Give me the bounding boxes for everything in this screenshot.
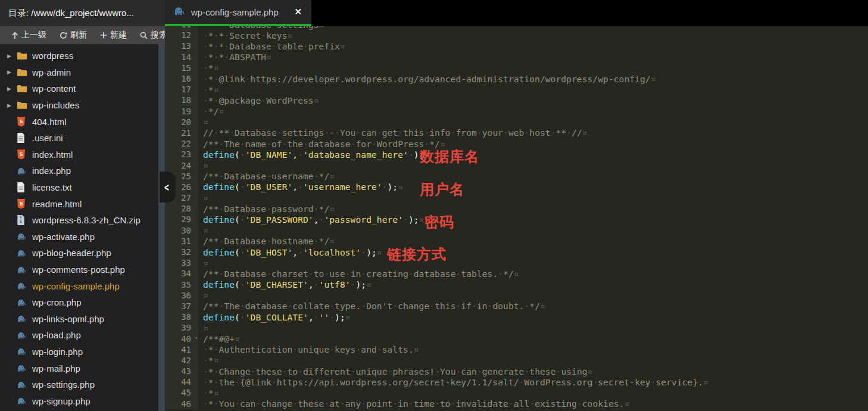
line-number[interactable]: 18 bbox=[165, 95, 198, 105]
new-label: 新建 bbox=[110, 30, 127, 41]
tree-item-index-html[interactable]: 5index.html bbox=[0, 147, 158, 163]
line-number[interactable]: 28 bbox=[165, 203, 198, 214]
php-file-icon bbox=[17, 315, 29, 323]
code-text: define(·'DB_COLLATE',·''·);¤ bbox=[198, 312, 351, 322]
line-number[interactable]: 38 bbox=[165, 312, 198, 322]
tree-item-wp-signup-php[interactable]: wp-signup.php bbox=[0, 393, 158, 409]
code-text: define(·'DB_PASSWORD',·'password_here'·)… bbox=[198, 214, 424, 225]
tree-item-wp-includes[interactable]: ▶wp-includes bbox=[0, 97, 158, 114]
line-number[interactable]: 45 bbox=[165, 387, 198, 398]
file-label: wp-activate.php bbox=[32, 232, 95, 242]
code-line-14: 14·*·*·ABSPATH¤ bbox=[165, 52, 868, 63]
up-arrow-icon bbox=[11, 32, 18, 39]
line-number[interactable]: 15 bbox=[165, 63, 198, 73]
file-label: wp-includes bbox=[32, 100, 79, 110]
code-line-45: 45·*¤ bbox=[165, 387, 868, 398]
line-number[interactable]: 12 bbox=[165, 30, 198, 41]
tree-item-wp-config-sample-php[interactable]: wp-config-sample.php bbox=[0, 278, 158, 294]
code-line-27: 27¤ bbox=[165, 192, 868, 203]
tree-item-wp-login-php[interactable]: wp-login.php bbox=[0, 344, 158, 360]
tree-item-wordpress-6-8-3-zh-cn-zip[interactable]: wordpress-6.8.3-zh_CN.zip bbox=[0, 212, 158, 229]
code-text: ·*¤ bbox=[198, 388, 219, 398]
up-level-button[interactable]: 上一级 bbox=[6, 26, 52, 44]
line-number[interactable]: 34 bbox=[165, 268, 198, 279]
line-number[interactable]: 31 bbox=[165, 236, 198, 247]
code-text: ¤ bbox=[198, 160, 208, 170]
tree-item--user-ini[interactable]: .user.ini bbox=[0, 130, 158, 147]
line-number[interactable]: 39 bbox=[165, 322, 198, 333]
line-number[interactable]: 46 bbox=[165, 398, 198, 409]
expand-arrow-icon[interactable]: ▶ bbox=[7, 102, 17, 108]
file-sidebar: 目录: /www/dk_project/wwwro... 上一级 刷新 新建 搜… bbox=[0, 0, 165, 411]
code-text: ·*·the·{@link·https://api.wordpress.org/… bbox=[198, 377, 708, 387]
tab-wp-config-sample[interactable]: wp-config-sample.php ✕ bbox=[165, 0, 311, 26]
line-number[interactable]: 44 bbox=[165, 376, 198, 387]
new-button[interactable]: 新建 bbox=[95, 26, 132, 44]
refresh-icon bbox=[60, 32, 67, 39]
line-number[interactable]: 33 bbox=[165, 257, 198, 268]
tree-item-wp-links-opml-php[interactable]: wp-links-opml.php bbox=[0, 311, 158, 328]
sidebar-toolbar: 上一级 刷新 新建 搜索 bbox=[0, 26, 165, 44]
file-tree: ▶wordpress▶wp-admin▶wp-content▶wp-includ… bbox=[0, 44, 158, 411]
tree-item-wp-blog-header-php[interactable]: wp-blog-header.php bbox=[0, 245, 158, 261]
code-line-23: 23define(·'DB_NAME',·'database_name_here… bbox=[165, 149, 868, 160]
line-number[interactable]: 42 bbox=[165, 355, 198, 366]
file-label: wordpress bbox=[32, 51, 73, 61]
code-area[interactable]: 11·*·*·Database·settings¤12·*·*·Secret·k… bbox=[165, 26, 868, 411]
tree-item-index-php[interactable]: index.php bbox=[0, 163, 158, 179]
line-number[interactable]: 32 bbox=[165, 247, 198, 257]
tree-item-wp-mail-php[interactable]: wp-mail.php bbox=[0, 360, 158, 376]
tree-item-wordpress[interactable]: ▶wordpress bbox=[0, 48, 158, 64]
expand-arrow-icon[interactable]: ▶ bbox=[7, 53, 17, 59]
code-line-40: 40▾/**#@+¤ bbox=[165, 333, 868, 344]
expand-arrow-icon[interactable]: ▶ bbox=[7, 86, 17, 92]
line-number[interactable]: 24 bbox=[165, 160, 198, 170]
folder-icon bbox=[17, 101, 29, 110]
tree-item-readme-html[interactable]: 5readme.html bbox=[0, 195, 158, 212]
line-number[interactable]: 43 bbox=[165, 366, 198, 376]
line-number[interactable]: 21 bbox=[165, 127, 198, 138]
php-elephant-icon bbox=[173, 6, 186, 18]
tree-item-404-html[interactable]: 5404.html bbox=[0, 113, 158, 130]
line-number[interactable]: 41 bbox=[165, 344, 198, 355]
close-icon[interactable]: ✕ bbox=[293, 7, 303, 17]
sidebar-collapse-button[interactable]: < bbox=[160, 172, 176, 203]
code-text: ·*·@link·https://developer.wordpress.org… bbox=[198, 74, 655, 84]
code-text: /**·The·name·of·the·database·for·WordPre… bbox=[198, 139, 445, 149]
tree-item-wp-load-php[interactable]: wp-load.php bbox=[0, 327, 158, 344]
line-number[interactable]: 13 bbox=[165, 41, 198, 51]
tree-item-wp-comments-post-php[interactable]: wp-comments-post.php bbox=[0, 261, 158, 278]
tree-item-license-txt[interactable]: license.txt bbox=[0, 179, 158, 196]
code-line-22: 22/**·The·name·of·the·database·for·WordP… bbox=[165, 138, 868, 149]
file-manager-window: 目录: /www/dk_project/wwwro... 上一级 刷新 新建 搜… bbox=[0, 0, 868, 411]
line-number[interactable]: 23 bbox=[165, 149, 198, 160]
line-number[interactable]: 30 bbox=[165, 225, 198, 236]
line-number[interactable]: 22 bbox=[165, 138, 198, 149]
line-number[interactable]: 20 bbox=[165, 117, 198, 127]
line-number[interactable]: 40▾ bbox=[165, 333, 198, 344]
line-number[interactable]: 19 bbox=[165, 106, 198, 117]
tree-item-wp-settings-php[interactable]: wp-settings.php bbox=[0, 376, 158, 393]
code-line-34: 34/**·Database·charset·to·use·in·creatin… bbox=[165, 268, 868, 279]
line-number[interactable]: 14 bbox=[165, 52, 198, 63]
tree-item-wp-content[interactable]: ▶wp-content bbox=[0, 80, 158, 97]
line-number[interactable]: 16 bbox=[165, 73, 198, 84]
svg-text:5: 5 bbox=[20, 151, 23, 157]
line-number[interactable]: 37 bbox=[165, 301, 198, 312]
code-text: ·*·*·ABSPATH¤ bbox=[198, 52, 271, 62]
directory-path[interactable]: 目录: /www/dk_project/wwwro... bbox=[0, 0, 165, 26]
line-number[interactable]: 35 bbox=[165, 279, 198, 290]
tree-item-wp-activate-php[interactable]: wp-activate.php bbox=[0, 229, 158, 245]
tree-item-wp-admin[interactable]: ▶wp-admin bbox=[0, 64, 158, 81]
tree-item-wp-cron-php[interactable]: wp-cron.php bbox=[0, 294, 158, 311]
html-file-icon: 5 bbox=[17, 117, 29, 127]
refresh-button[interactable]: 刷新 bbox=[54, 26, 92, 44]
line-number[interactable]: 29 bbox=[165, 214, 198, 225]
fold-arrow-icon[interactable]: ▾ bbox=[195, 335, 198, 341]
code-text: ·*·Authentication·unique·keys·and·salts.… bbox=[198, 344, 419, 354]
line-number[interactable]: 17 bbox=[165, 84, 198, 95]
line-number[interactable]: 36 bbox=[165, 290, 198, 301]
sidebar-scrollbar[interactable] bbox=[158, 44, 165, 411]
expand-arrow-icon[interactable]: ▶ bbox=[7, 69, 17, 75]
text-file-icon bbox=[17, 133, 29, 143]
